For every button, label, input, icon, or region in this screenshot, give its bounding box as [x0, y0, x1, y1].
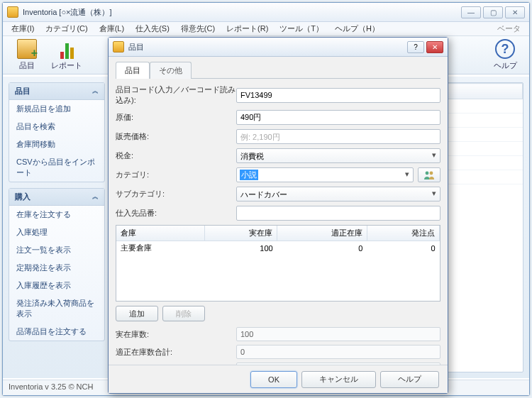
- label-price: 販売価格:: [116, 131, 236, 142]
- label-ideal-total: 適正在庫数合計:: [116, 347, 236, 358]
- select-subcategory[interactable]: ハードカバー: [236, 187, 440, 201]
- side-receive[interactable]: 入庫処理: [9, 223, 104, 241]
- dialog-close-button[interactable]: ✕: [426, 41, 443, 53]
- chevron-up-icon[interactable]: ︽: [92, 192, 99, 201]
- dialog-help-button-foot[interactable]: ヘルプ: [380, 371, 439, 388]
- ok-button[interactable]: OK: [250, 371, 297, 388]
- toolbar-item-button[interactable]: 品目: [7, 39, 47, 71]
- output-actual-total: [236, 327, 440, 341]
- select-category[interactable]: 小説: [236, 167, 414, 182]
- side-low-stock[interactable]: 品薄品目を注文する: [9, 323, 104, 341]
- tab-other[interactable]: その他: [150, 62, 192, 79]
- side-search-item[interactable]: 品目を検索: [9, 118, 104, 136]
- menu-customer[interactable]: 得意先(C): [175, 22, 221, 35]
- dialog-help-button[interactable]: ?: [407, 41, 424, 53]
- label-actual-total: 実在庫数:: [116, 329, 236, 340]
- window-title: Inventoria [○×流通（株）]: [23, 7, 461, 18]
- people-icon: [423, 170, 435, 181]
- input-supplier-code[interactable]: [236, 206, 440, 221]
- wcol-reorder[interactable]: 発注点: [367, 226, 439, 241]
- toolbar-report-button[interactable]: レポート: [47, 39, 87, 71]
- svg-point-0: [426, 171, 429, 175]
- wcol-actual[interactable]: 実在庫: [204, 226, 277, 241]
- side-receive-history[interactable]: 入庫履歴を表示: [9, 277, 104, 294]
- warehouse-table[interactable]: 倉庫 実在庫 適正在庫 発注点 主要倉庫 100 0 0: [116, 225, 440, 302]
- menu-stock[interactable]: 在庫(I): [6, 22, 40, 35]
- label-subcategory: サブカテゴリ:: [116, 189, 236, 199]
- toolbar-help-label: ヘルプ: [485, 60, 525, 71]
- side-order-stock[interactable]: 在庫を注文する: [9, 206, 104, 223]
- side-import-csv[interactable]: CSVから品目をインポート: [9, 153, 104, 182]
- item-dialog: 品目 ? ✕ 品目 その他 品目コード(入力／バーコード読み込み): 原価: 販…: [108, 37, 448, 394]
- toolbar-report-label: レポート: [47, 60, 87, 71]
- close-button[interactable]: ✕: [505, 6, 525, 18]
- titlebar: Inventoria [○×流通（株）] — ▢ ✕: [3, 3, 529, 22]
- delete-warehouse-button[interactable]: 削除: [162, 306, 205, 321]
- app-icon: [7, 6, 18, 18]
- side-purchase-title: 購入: [15, 192, 31, 202]
- label-tax: 税金:: [116, 150, 236, 161]
- label-supplier-code: 仕入先品番:: [116, 208, 236, 219]
- side-transfer[interactable]: 倉庫間移動: [9, 136, 104, 153]
- side-items-group: 品目︽ 新規品目を追加 品目を検索 倉庫間移動 CSVから品目をインポート: [9, 82, 105, 182]
- menu-warehouse[interactable]: 倉庫(L): [94, 22, 130, 35]
- input-code[interactable]: [236, 88, 440, 103]
- beta-label: ベータ: [492, 22, 526, 35]
- add-warehouse-button[interactable]: 追加: [116, 306, 158, 321]
- menubar: 在庫(I) カテゴリ(C) 倉庫(L) 仕入先(S) 得意先(C) レポート(R…: [3, 22, 529, 36]
- help-icon: ?: [495, 39, 515, 59]
- wcol-ideal[interactable]: 適正在庫: [277, 226, 367, 241]
- toolbar-item-label: 品目: [7, 60, 47, 71]
- menu-help[interactable]: ヘルプ（H）: [329, 22, 385, 35]
- output-ideal-total: [236, 345, 440, 359]
- label-cost: 原価:: [116, 112, 236, 123]
- input-cost[interactable]: [236, 110, 440, 125]
- menu-tools[interactable]: ツール（T）: [274, 22, 329, 35]
- side-backorder[interactable]: 発注済み未入荷商品を表示: [9, 294, 104, 323]
- app-icon: [113, 41, 124, 52]
- tab-item[interactable]: 品目: [116, 62, 150, 79]
- label-code: 品目コード(入力／バーコード読み込み):: [116, 84, 236, 106]
- toolbar-help-button[interactable]: ? ヘルプ: [485, 39, 525, 71]
- side-recurring[interactable]: 定期発注を表示: [9, 259, 104, 277]
- input-price[interactable]: [236, 129, 440, 144]
- box-plus-icon: [17, 39, 37, 59]
- wcol-warehouse[interactable]: 倉庫: [116, 226, 204, 241]
- cancel-button[interactable]: キャンセル: [301, 371, 376, 388]
- minimize-button[interactable]: —: [461, 6, 481, 18]
- select-tax[interactable]: 消費税: [236, 148, 440, 163]
- side-items-title: 品目: [15, 86, 31, 96]
- table-row[interactable]: 主要倉庫 100 0 0: [116, 241, 440, 255]
- label-category: カテゴリ:: [116, 170, 236, 180]
- chevron-up-icon[interactable]: ︽: [92, 87, 99, 96]
- maximize-button[interactable]: ▢: [483, 6, 503, 18]
- menu-category[interactable]: カテゴリ(C): [40, 22, 93, 35]
- side-order-list[interactable]: 注文一覧を表示: [9, 241, 104, 259]
- dialog-title: 品目: [128, 42, 405, 52]
- menu-report[interactable]: レポート(R): [221, 22, 274, 35]
- side-new-item[interactable]: 新規品目を追加: [9, 100, 104, 118]
- menu-supplier[interactable]: 仕入先(S): [130, 22, 175, 35]
- bar-chart-icon: [57, 39, 77, 59]
- category-manage-button[interactable]: [418, 167, 440, 182]
- svg-point-1: [430, 171, 433, 175]
- side-purchase-group: 購入︽ 在庫を注文する 入庫処理 注文一覧を表示 定期発注を表示 入庫履歴を表示…: [9, 188, 105, 341]
